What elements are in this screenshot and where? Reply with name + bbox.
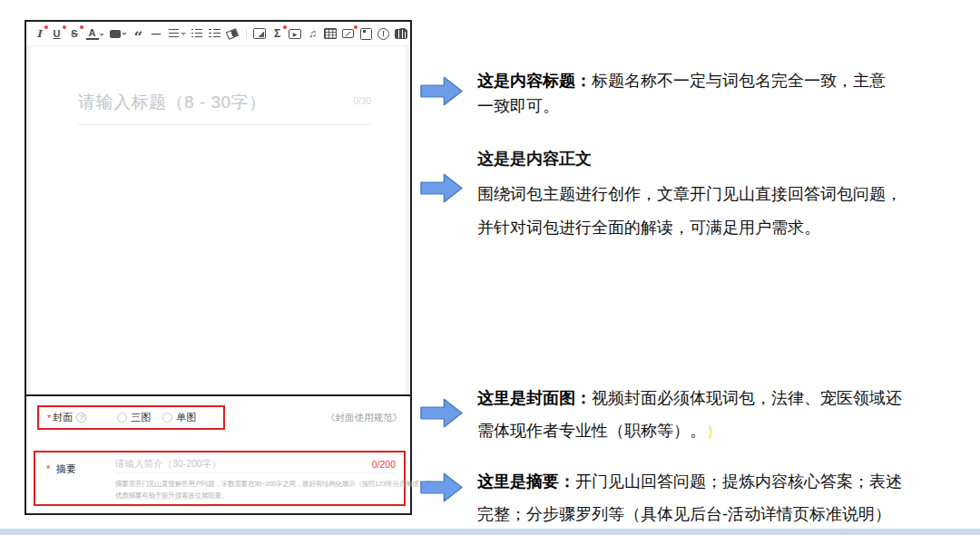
summary-placeholder: 请输入简介（30-200字） [115, 458, 221, 471]
summary-input[interactable]: 请输入简介（30-200字） 0/200 [115, 456, 396, 473]
arrow-icon [420, 172, 463, 204]
toolbar: IUSA“—Σ▶♫ [26, 22, 410, 46]
annotation-summary: 这里是摘要：开门见山回答问题；提炼内容核心答案；表述完整；分步骤罗列等（具体见后… [477, 465, 909, 530]
underline-icon[interactable]: U [51, 26, 64, 41]
cover-required-mark: * [47, 413, 51, 423]
arrow-icon [420, 472, 463, 503]
clipboard-icon[interactable] [359, 26, 372, 41]
bottom-scrollbar [0, 529, 980, 535]
new-feature-dot [44, 25, 48, 29]
italic-icon[interactable]: I [33, 26, 45, 41]
blockquote-icon[interactable]: “ [132, 26, 145, 41]
editor-content-area: 请输入标题（8 - 30字） 0/30 [26, 46, 410, 394]
annotation-title-head: 这是内容标题： [477, 72, 592, 90]
chevron-down-icon [181, 33, 186, 35]
unordered-list-icon[interactable] [209, 26, 221, 41]
annotation-body-head: 这是是内容正文 [477, 148, 909, 170]
cover-help-icon[interactable]: ? [76, 413, 86, 423]
arrow-icon [420, 75, 463, 107]
title-placeholder: 请输入标题（8 - 30字） [78, 92, 267, 112]
cover-usage-spec-link[interactable]: 《封面使用规范》 [326, 412, 402, 424]
new-feature-dot [63, 25, 66, 29]
arrow-icon [420, 397, 463, 429]
annotation-body-body: 围绕词包主题进行创作，文章开门见山直接回答词包问题，并针对词包进行全面的解读，可… [477, 178, 909, 245]
annotation-summary-head: 这里是摘要： [477, 472, 575, 491]
ordered-list-icon[interactable] [191, 26, 203, 41]
cover-option-three-image[interactable]: 三图 [117, 411, 151, 424]
font-color-icon[interactable]: A [86, 27, 99, 40]
cover-label: 封面 [53, 411, 73, 424]
align-icon[interactable] [168, 26, 181, 41]
chevron-down-icon [99, 34, 104, 36]
annotation-cover: 这里是封面图：视频封面必须体现词包，法律、宠医领域还需体现作者专业性（职称等）。… [477, 382, 909, 447]
card-icon[interactable] [342, 26, 355, 41]
annotation-title: 这是内容标题：标题名称不一定与词包名完全一致，主意一致即可。 [477, 68, 897, 119]
summary-hint-line1: 摘要需开门见山直接解答用户问题，字数需要在30~200字之间，最好有结构化展示（… [115, 479, 438, 491]
eraser-icon[interactable] [226, 26, 239, 41]
cover-field-highlight-box: * 封面 ? 三图 单图 [37, 405, 225, 430]
divider-line-icon[interactable]: — [150, 26, 162, 41]
summary-hint-line2: 优质摘要有助于提升搜索首位展现量。 [115, 491, 438, 502]
strikethrough-icon[interactable]: S [68, 26, 81, 41]
summary-counter: 0/200 [372, 459, 396, 470]
music-icon[interactable]: ♫ [307, 26, 319, 41]
summary-hint: 摘要需开门见山直接解答用户问题，字数需要在30~200字之间，最好有结构化展示（… [115, 479, 438, 501]
editor-page[interactable]: 请输入标题（8 - 30字） 0/30 [31, 46, 406, 394]
disc-icon[interactable] [377, 26, 390, 41]
cover-option-single-image[interactable]: 单图 [162, 411, 196, 424]
toolbar-separator [246, 28, 247, 39]
image-icon[interactable] [253, 26, 266, 41]
radio-icon[interactable] [117, 413, 127, 423]
new-feature-dot [80, 25, 83, 29]
editor-panel: IUSA“—Σ▶♫ 请输入标题（8 - 30字） 0/30 * 封面 ? 三图 [24, 20, 412, 515]
title-counter: 0/30 [354, 96, 371, 106]
summary-label-wrap: * 摘要 [46, 460, 76, 476]
summary-label: 摘要 [56, 463, 76, 474]
chevron-down-icon [122, 33, 127, 35]
annotation-cover-head: 这里是封面图： [477, 389, 592, 407]
radio-icon[interactable] [162, 413, 172, 423]
new-feature-dot [354, 25, 358, 29]
video-icon[interactable]: ▶ [289, 26, 301, 41]
highlight-color-icon[interactable] [109, 26, 122, 41]
new-feature-dot [283, 25, 287, 29]
editor-footer-fields: * 封面 ? 三图 单图 《封面使用规范》 * 摘要 请输入简介（30- [26, 394, 410, 513]
table-icon[interactable] [324, 26, 337, 41]
formula-icon[interactable]: Σ [271, 26, 284, 41]
title-underline [78, 124, 371, 125]
title-input[interactable]: 请输入标题（8 - 30字） 0/30 [78, 46, 371, 125]
summary-field-highlight-box: * 摘要 请输入简介（30-200字） 0/200 摘要需开门见山直接解答用户问… [34, 451, 406, 506]
annotation-cover-suffix: ） [706, 422, 722, 440]
briefcase-icon[interactable] [395, 26, 407, 41]
cover-option-label: 单图 [176, 411, 196, 424]
cover-radio-group: 三图 单图 [117, 411, 196, 424]
annotation-body-text: 这是是内容正文 围绕词包主题进行创作，文章开门见山直接回答词包问题，并针对词包进… [477, 148, 909, 245]
cover-option-label: 三图 [131, 411, 151, 424]
summary-required-mark: * [46, 463, 50, 474]
